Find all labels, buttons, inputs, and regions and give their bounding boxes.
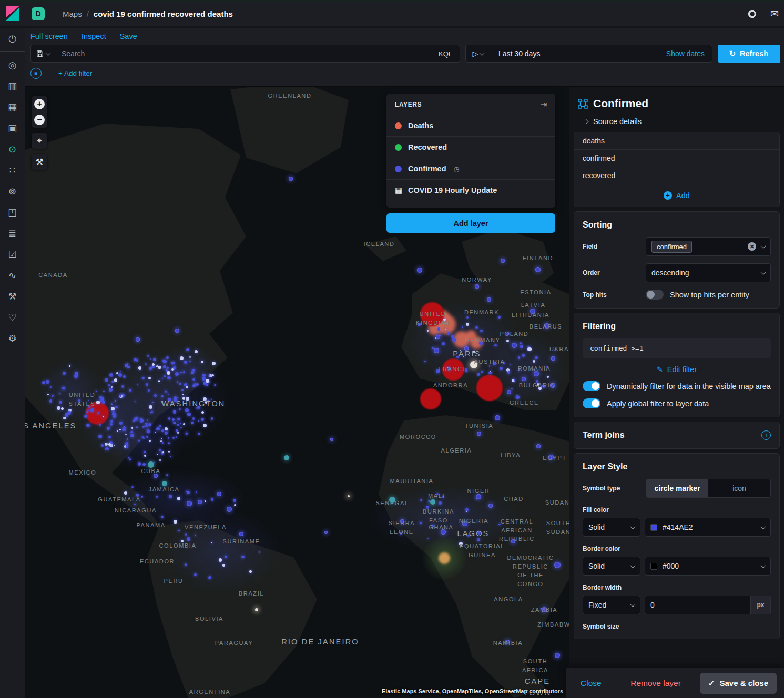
sorting-title: Sorting [583,220,771,230]
graph-icon[interactable]: ⊚ [0,181,25,202]
date-quick-menu-button[interactable]: ▷︎ [466,45,491,62]
breadcrumb-app[interactable]: Maps [63,9,82,18]
map-data-point [518,356,521,359]
map-data-point [551,356,555,361]
map-data-point [233,499,236,502]
management-icon[interactable]: ⚙ [0,328,25,349]
border-mode-select[interactable]: Solid [583,557,640,576]
map-data-point [479,342,482,345]
show-dates-link[interactable]: Show dates [666,49,712,58]
plus-icon: + [34,99,45,109]
save-and-close-button[interactable]: ✓ Save & close [700,673,777,694]
map-data-point [67,411,71,415]
add-field-button[interactable]: + Add [574,184,779,207]
kql-button[interactable]: KQL [431,45,460,62]
field-row[interactable]: confirmed [574,150,779,167]
layer-row[interactable]: Recovered [386,136,555,158]
search-input[interactable] [55,49,431,58]
zoom-out-button[interactable]: − [32,112,47,128]
refresh-button[interactable]: ↻ Refresh [718,45,780,63]
add-filter-link[interactable]: + Add filter [58,69,92,77]
field-row[interactable]: recovered [574,167,779,184]
map-data-point [179,408,180,410]
menu-full-screen[interactable]: Full screen [30,32,68,40]
layer-label: Recovered [408,143,447,151]
source-details-accordion[interactable]: Source details [584,117,776,126]
map-data-point [463,356,464,357]
map-data-point [442,342,445,345]
map-data-point [550,383,555,388]
space-badge[interactable]: D [32,7,45,20]
filter-icon[interactable]: ≡ [30,68,42,79]
sort-field-combobox[interactable]: confirmed ✕ [646,237,771,256]
zoom-in-button[interactable]: + [32,96,47,112]
close-button[interactable]: Close [581,679,602,688]
map-data-point [115,400,116,401]
map-data-point [535,356,538,360]
tools-icon[interactable]: ⚒ [32,154,47,170]
siem-icon[interactable]: ◰ [0,202,25,223]
border-color-picker[interactable]: #000 [645,557,771,576]
border-width-mode-select[interactable]: Fixed [583,596,640,614]
fill-mode-select[interactable]: Solid [583,518,640,537]
machine-learning-icon[interactable]: ∷ [0,160,25,181]
apm-icon[interactable]: ∿ [0,265,25,286]
filtering-title: Filtering [583,322,771,331]
border-width-input[interactable]: 0 [645,596,751,614]
chevron-down-icon [480,50,485,56]
uptime-icon[interactable]: ☑ [0,244,25,265]
map-data-point [530,309,535,314]
stack-monitoring-icon[interactable]: ♡ [0,307,25,328]
menu-save[interactable]: Save [120,32,137,40]
collapse-layers-icon[interactable]: ⇥ [540,100,547,109]
time-range-value[interactable]: Last 30 days [491,49,666,58]
map-data-point [126,446,128,448]
map-data-point [136,359,138,362]
help-icon[interactable] [748,9,757,18]
layer-row[interactable]: Deaths [386,115,555,136]
map-data-point [488,504,493,508]
crosshair-icon[interactable]: ⌖ [32,133,47,149]
visualize-icon[interactable]: ▥ [0,76,25,97]
dashboard-icon[interactable]: ▦ [0,97,25,118]
field-row[interactable]: deaths [574,132,779,150]
sort-order-select[interactable]: descending [646,263,771,282]
chevron-down-icon [630,524,636,529]
dev-tools-icon[interactable]: ⚒ [0,286,25,307]
map-data-point [202,374,206,377]
map-data-point [436,335,440,339]
maps-icon[interactable]: ⊙ [0,139,25,160]
fill-color-picker[interactable]: #414AE2 [645,518,771,537]
top-hits-toggle[interactable] [646,290,664,300]
saved-query-menu-button[interactable] [31,45,55,62]
map-data-point [520,345,523,348]
map-data-point [189,361,190,362]
canvas-icon[interactable]: ▣ [0,118,25,139]
discover-icon[interactable]: ◎ [0,55,25,76]
remove-layer-button[interactable]: Remove layer [630,679,681,688]
kibana-logo-button[interactable] [0,2,25,26]
metrics-icon[interactable]: ≣ [0,223,25,244]
map-data-point [427,330,429,331]
add-term-join-button[interactable]: + [761,430,771,440]
symbol-type-circle-marker[interactable]: circle marker [646,479,708,497]
layer-label: COVID 19 Hourly Update [408,186,497,194]
map-data-point [428,500,430,502]
edit-filter-link[interactable]: ✎ Edit filter [583,365,771,374]
symbol-type-icon[interactable]: icon [708,479,770,497]
menu-inspect[interactable]: Inspect [82,32,106,40]
layer-title: Confirmed [593,97,648,110]
layer-row[interactable]: ▦COVID 19 Hourly Update [386,179,555,201]
top-hits-toggle-label: Show top hits per entity [670,291,749,299]
dynamic-filter-toggle[interactable] [583,381,600,391]
mail-icon[interactable]: ✉ [770,8,784,20]
clear-field-icon[interactable]: ✕ [748,242,756,251]
add-layer-button[interactable]: Add layer [386,213,555,233]
chevron-down-icon [761,563,766,568]
map-data-point [162,442,164,444]
map-data-point [86,411,88,413]
layer-row[interactable]: Confirmed◷ [386,158,555,179]
fields-panel: deathsconfirmedrecovered + Add [574,132,780,207]
recent-icon[interactable]: ◷ [0,28,25,49]
global-filter-toggle[interactable] [583,398,600,408]
